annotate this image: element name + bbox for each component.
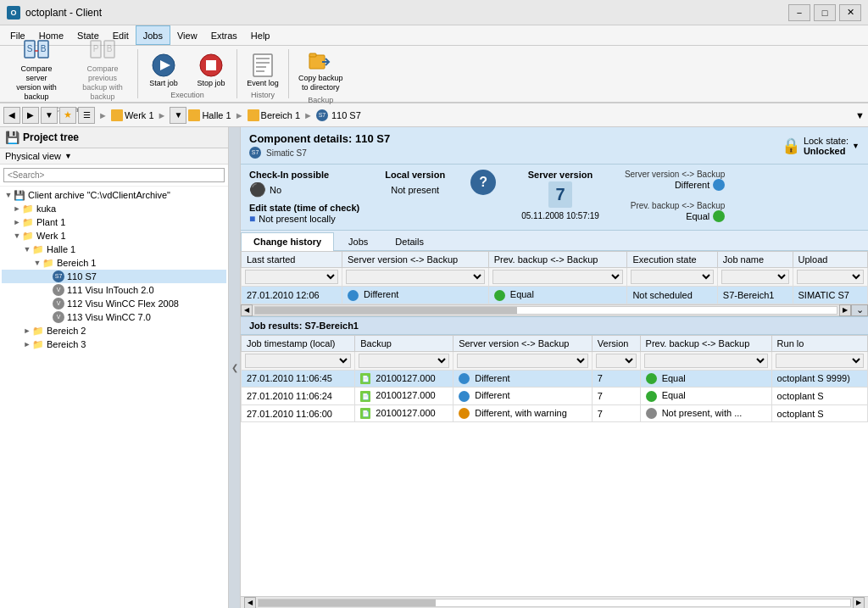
bottom-scroll-left[interactable]: ◀: [244, 597, 256, 609]
nav-forward-button[interactable]: ▶: [22, 107, 39, 124]
tree-112visu[interactable]: V 112 Visu WinCC Flex 2008: [2, 297, 226, 310]
edit-state-value: ■ Not present locally: [249, 213, 359, 225]
filter-server-vs-backup[interactable]: [342, 268, 488, 287]
halle1-expand-icon: ▼: [22, 244, 32, 254]
minimize-button[interactable]: −: [788, 4, 810, 21]
tree-bereich2[interactable]: ► 📁 Bereich 2: [2, 324, 226, 337]
copy-backup-button[interactable]: Copy backupto directory: [292, 43, 349, 96]
lock-dropdown-icon[interactable]: ▼: [852, 142, 860, 150]
tree-113visu[interactable]: V 113 Visu WinCC 7.0: [2, 310, 226, 324]
breadcrumb-110s7[interactable]: 110 S7: [331, 110, 361, 120]
jr-filter-ts[interactable]: [242, 351, 355, 370]
menu-extras[interactable]: Extras: [204, 25, 244, 45]
server-vs-backup-label: Server version <-> Backup: [625, 170, 725, 179]
jr-filter-svb[interactable]: [453, 351, 593, 370]
tab-jobs[interactable]: Jobs: [336, 232, 381, 250]
jr-filter-ts-select[interactable]: [245, 354, 351, 368]
bottom-scrollbar-track[interactable]: [258, 599, 851, 607]
copy-backup-label: Copy backupto directory: [298, 74, 343, 92]
jr-filter-backup[interactable]: [355, 351, 453, 370]
change-history-row-1[interactable]: 27.01.2010 12:06 Different Equal Not sch…: [242, 287, 868, 304]
scroll-left-btn[interactable]: ◀: [241, 304, 253, 316]
help-icon[interactable]: ?: [470, 170, 496, 195]
jr-r3-prev-icon: [646, 408, 657, 419]
breadcrumb-werk1[interactable]: Werk 1: [125, 110, 154, 120]
nav-dropdown-button[interactable]: ▼: [41, 107, 58, 124]
tree-111visu[interactable]: V 111 Visu InTouch 2.0: [2, 283, 226, 297]
menu-help[interactable]: Help: [244, 25, 277, 45]
menu-jobs[interactable]: Jobs: [136, 25, 170, 45]
filter-prev-backup[interactable]: [488, 268, 627, 287]
tree-root[interactable]: ▼ 💾 Client archive "C:\vdClientArchive": [2, 188, 226, 202]
filter-last-started[interactable]: [242, 268, 342, 287]
sidebar-db-icon: 💾: [5, 131, 19, 144]
collapse-toggle-button[interactable]: ⌄: [851, 304, 868, 316]
jr-r1-ts: 27.01.2010 11:06:45: [242, 370, 355, 388]
filter-upload[interactable]: [793, 268, 867, 287]
close-button[interactable]: ✕: [839, 4, 861, 21]
jr-filter-backup-select[interactable]: [359, 354, 449, 368]
tab-details[interactable]: Details: [382, 232, 437, 250]
menu-view[interactable]: View: [170, 25, 204, 45]
nav-star-button[interactable]: ★: [59, 107, 76, 124]
jr-r1-backup-val: 20100127.000: [376, 373, 435, 383]
event-log-button[interactable]: Event log: [241, 48, 285, 92]
jr-filter-prev-select[interactable]: [644, 354, 768, 368]
111-expand-icon: [42, 285, 53, 295]
h-scrollbar-thumb: [255, 307, 517, 314]
jr-col-backup: Backup: [355, 335, 453, 351]
tree-kuka[interactable]: ► 📁 kuka: [2, 202, 226, 215]
view-selector[interactable]: Physical view ▼: [0, 148, 228, 165]
tree-plant1[interactable]: ► 📁 Plant 1: [2, 215, 226, 229]
jr-row-3[interactable]: 27.01.2010 11:06:00 📄 20100127.000 Diffe…: [242, 404, 868, 422]
nav-list-button[interactable]: ☰: [78, 107, 95, 124]
filter-upload-select[interactable]: [797, 270, 864, 284]
breadcrumb-dropdown-2[interactable]: ▼: [170, 107, 186, 124]
tree-bereich1[interactable]: ▼ 📁 Bereich 1: [2, 256, 226, 270]
filter-prev-select[interactable]: [492, 270, 624, 284]
maximize-button[interactable]: □: [814, 4, 836, 21]
filter-job-select[interactable]: [721, 270, 789, 284]
jr-r2-backup-val: 20100127.000: [376, 390, 435, 400]
start-job-button[interactable]: Start job: [142, 48, 186, 92]
nav-back-button[interactable]: ◀: [3, 107, 20, 124]
compare-server-button[interactable]: S B Compare serverversion with backup: [5, 34, 68, 104]
ch-prev-icon: [494, 290, 505, 301]
bottom-scroll-right[interactable]: ▶: [853, 597, 865, 609]
col-execution-state: Execution state: [627, 252, 717, 268]
tree-halle1[interactable]: ▼ 📁 Halle 1: [2, 243, 226, 256]
compare-prev-button[interactable]: P B Compare previousbackup with backup: [71, 34, 134, 104]
breadcrumb-halle1[interactable]: Halle 1: [202, 110, 231, 120]
jr-filter-svb-select[interactable]: [457, 354, 588, 368]
jr-filter-rl-select[interactable]: [776, 354, 864, 368]
tree-110s7[interactable]: S7 110 S7: [2, 270, 226, 283]
jr-filter-prev[interactable]: [640, 351, 771, 370]
filter-last-started-select[interactable]: [245, 270, 338, 284]
jr-row-1[interactable]: 27.01.2010 11:06:45 📄 20100127.000 Diffe…: [242, 370, 868, 388]
breadcrumb-bereich1[interactable]: Bereich 1: [261, 110, 300, 120]
tree-werk1[interactable]: ▼ 📁 Werk 1: [2, 229, 226, 243]
col-server-vs-backup: Server version <-> Backup: [342, 252, 488, 268]
scroll-right-btn[interactable]: ▶: [839, 304, 851, 316]
tab-change-history[interactable]: Change history: [241, 232, 334, 251]
lock-state-value: Unlocked: [804, 146, 849, 156]
jr-filter-rl[interactable]: [771, 351, 867, 370]
h-scrollbar-track[interactable]: [254, 306, 837, 315]
search-input[interactable]: [3, 168, 225, 182]
breadcrumb-end-dropdown[interactable]: ▼: [855, 110, 865, 120]
jr-filter-ver-select[interactable]: [596, 354, 637, 368]
window-controls[interactable]: − □ ✕: [788, 4, 861, 21]
113-label: 113 Visu WinCC 7.0: [67, 312, 151, 322]
filter-exec-select[interactable]: [631, 270, 713, 284]
view-dropdown-icon[interactable]: ▼: [64, 152, 72, 160]
tree-bereich3[interactable]: ► 📁 Bereich 3: [2, 337, 226, 351]
collapse-divider[interactable]: ❮: [229, 127, 241, 608]
ch-upload: SIMATIC S7: [793, 287, 867, 304]
jr-r1-prev: Equal: [640, 370, 771, 388]
filter-job-name[interactable]: [717, 268, 793, 287]
jr-row-2[interactable]: 27.01.2010 11:06:24 📄 20100127.000 Diffe…: [242, 388, 868, 405]
filter-exec-state[interactable]: [627, 268, 717, 287]
filter-svb-select[interactable]: [346, 270, 485, 284]
jr-filter-ver[interactable]: [592, 351, 640, 370]
stop-job-button[interactable]: Stop job: [189, 48, 233, 92]
